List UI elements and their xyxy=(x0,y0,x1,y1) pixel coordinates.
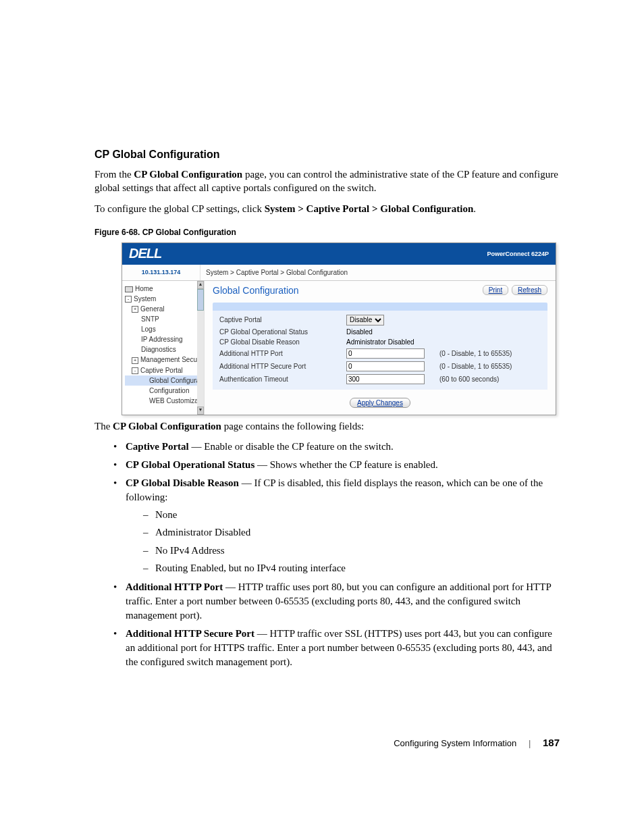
screenshot-subheader: 10.131.13.174 System > Captive Portal > … xyxy=(122,265,556,281)
field-hint: (0 - Disable, 1 to 65535) xyxy=(437,360,543,373)
panel-title: Global Configuration xyxy=(213,285,299,296)
page-footer: Configuring System Information | 187 xyxy=(95,737,560,748)
item-term: Additional HTTP Port xyxy=(126,581,223,592)
section-heading: CP Global Configuration xyxy=(95,149,560,161)
reason-sublist: None Administrator Disabled No IPv4 Addr… xyxy=(126,507,560,576)
screenshot-header: DELL PowerConnect 6224P xyxy=(122,243,556,265)
list-item: Additional HTTP Port — HTTP traffic uses… xyxy=(113,580,560,623)
list-item: Additional HTTP Secure Port — HTTP traff… xyxy=(113,627,560,669)
item-desc: — Shows whether the CP feature is enable… xyxy=(254,459,437,470)
print-button[interactable]: Print xyxy=(483,285,509,295)
field-label: CP Global Disable Reason xyxy=(217,337,344,347)
scroll-thumb[interactable] xyxy=(197,289,204,311)
scroll-down-icon[interactable]: ▼ xyxy=(197,407,204,415)
item-term: Additional HTTP Secure Port xyxy=(126,628,254,639)
scroll-up-icon[interactable]: ▲ xyxy=(197,281,204,289)
breadcrumb: System > Captive Portal > Global Configu… xyxy=(200,265,556,280)
field-label: Additional HTTP Port xyxy=(217,347,344,360)
http-port-input[interactable] xyxy=(346,348,425,359)
text: . xyxy=(473,203,476,214)
config-form: Captive Portal Disable CP Global Operati… xyxy=(213,311,547,390)
expand-icon[interactable]: + xyxy=(132,306,138,313)
tree-general[interactable]: +General xyxy=(125,304,203,314)
tree-label: System xyxy=(134,295,156,303)
tree-label: Home xyxy=(135,285,153,292)
tree-mgmt-security[interactable]: +Management Securit xyxy=(125,355,203,365)
field-value: Administrator Disabled xyxy=(344,337,437,347)
list-item: Administrator Disabled xyxy=(143,525,560,540)
tree-sntp[interactable]: SNTP xyxy=(125,314,203,324)
tree-label: Captive Portal xyxy=(140,367,183,374)
tree-system[interactable]: -System xyxy=(125,294,203,304)
tree-configuration[interactable]: Configuration xyxy=(125,386,203,396)
nav-tree: Home -System +General SNTP Logs IP Addre… xyxy=(122,281,205,415)
tree-label: Management Securit xyxy=(140,356,203,363)
item-term: CP Global Disable Reason xyxy=(126,477,239,488)
item-term: Captive Portal xyxy=(126,441,189,452)
tree-scrollbar[interactable]: ▲ ▼ xyxy=(197,281,204,415)
text: To configure the global CP settings, cli… xyxy=(95,203,265,214)
collapse-icon[interactable]: - xyxy=(125,296,132,303)
field-hint: (60 to 600 seconds) xyxy=(437,373,543,386)
list-item: No IPv4 Address xyxy=(143,543,560,558)
device-ip: 10.131.13.174 xyxy=(122,265,200,280)
fields-intro: The CP Global Configuration page contain… xyxy=(95,419,560,433)
item-desc: — Enable or disable the CP feature on th… xyxy=(189,441,394,452)
tree-global-config[interactable]: Global Configurati xyxy=(125,375,203,386)
list-item: CP Global Operational Status — Shows whe… xyxy=(113,458,560,472)
list-item: None xyxy=(143,507,560,523)
screenshot-figure: DELL PowerConnect 6224P 10.131.13.174 Sy… xyxy=(122,242,556,415)
expand-icon[interactable]: + xyxy=(132,357,138,364)
https-port-input[interactable] xyxy=(346,361,425,371)
dell-logo: DELL xyxy=(129,246,161,261)
text: The xyxy=(95,421,113,432)
tree-web-customization[interactable]: WEB Customizat xyxy=(125,396,203,406)
list-item: Routing Enabled, but no IPv4 routing int… xyxy=(143,561,560,576)
tree-captive-portal[interactable]: -Captive Portal xyxy=(125,365,203,375)
text-bold: System > Captive Portal > Global Configu… xyxy=(265,203,474,214)
footer-section-name: Configuring System Information xyxy=(394,738,516,748)
text: page contains the following fields: xyxy=(221,421,364,432)
text-bold: CP Global Configuration xyxy=(113,421,221,432)
tree-home[interactable]: Home xyxy=(125,284,203,294)
field-value: Disabled xyxy=(344,327,437,337)
text: From the xyxy=(95,169,134,180)
list-item: CP Global Disable Reason — If CP is disa… xyxy=(113,476,560,576)
field-label: Additional HTTP Secure Port xyxy=(217,360,344,373)
figure-caption: Figure 6-68. CP Global Configuration xyxy=(95,228,560,237)
item-term: CP Global Operational Status xyxy=(126,459,254,470)
tree-logs[interactable]: Logs xyxy=(125,324,203,334)
list-item: Captive Portal — Enable or disable the C… xyxy=(113,440,560,454)
field-hint: (0 - Disable, 1 to 65535) xyxy=(437,347,543,360)
text-bold: CP Global Configuration xyxy=(134,169,242,180)
tree-ip-addressing[interactable]: IP Addressing xyxy=(125,334,203,344)
tree-label: General xyxy=(140,305,165,313)
page-number: 187 xyxy=(543,737,560,748)
screenshot-main: Global Configuration Print Refresh Capti… xyxy=(205,281,556,415)
field-label: CP Global Operational Status xyxy=(217,327,344,337)
home-icon xyxy=(125,286,133,292)
field-list: Captive Portal — Enable or disable the C… xyxy=(95,440,560,669)
refresh-button[interactable]: Refresh xyxy=(512,285,547,295)
field-label: Authentication Timeout xyxy=(217,373,344,386)
product-label: PowerConnect 6224P xyxy=(487,251,549,257)
captive-portal-select[interactable]: Disable xyxy=(346,315,384,325)
field-label: Captive Portal xyxy=(217,313,344,327)
collapse-icon[interactable]: - xyxy=(132,367,138,374)
intro-paragraph-2: To configure the global CP settings, cli… xyxy=(95,202,560,215)
auth-timeout-input[interactable] xyxy=(346,374,425,384)
footer-separator: | xyxy=(529,738,531,748)
panel-tab xyxy=(213,303,547,311)
intro-paragraph-1: From the CP Global Configuration page, y… xyxy=(95,167,560,195)
apply-changes-button[interactable]: Apply Changes xyxy=(350,398,410,408)
tree-diagnostics[interactable]: Diagnostics xyxy=(125,344,203,355)
